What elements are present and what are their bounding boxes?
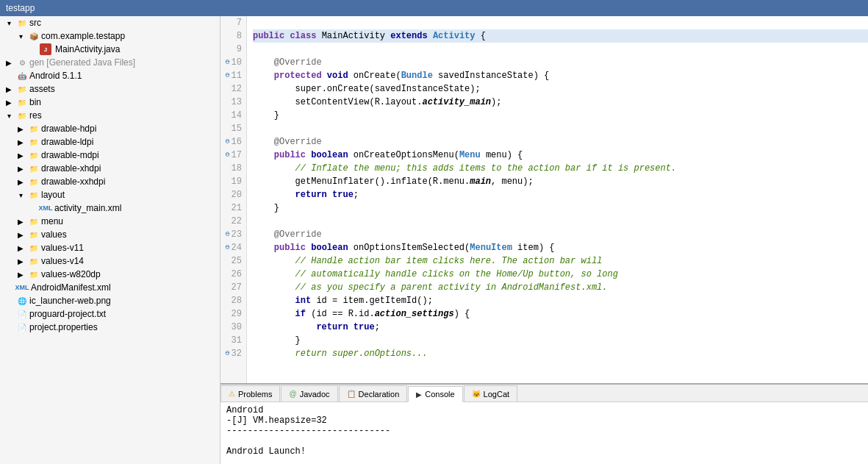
- sidebar-item-mainactivity[interactable]: J MainActivity.java: [0, 43, 220, 56]
- console-line: Android Launch!: [226, 446, 862, 457]
- sidebar-item-androidmanifest[interactable]: XML AndroidManifest.xml: [0, 281, 220, 294]
- code-line: [253, 16, 868, 29]
- sidebar-item-bin[interactable]: ▶ 📁 bin: [0, 96, 220, 109]
- sidebar-item-values-v11[interactable]: ▶ 📁 values-v11: [0, 241, 220, 254]
- code-lines[interactable]: public class MainActivity extends Activi…: [247, 16, 868, 383]
- sidebar-item-menu[interactable]: ▶ 📁 menu: [0, 215, 220, 228]
- sidebar-item-res[interactable]: ▾ 📁 res: [0, 109, 220, 122]
- tab-declaration[interactable]: 📋Declaration: [339, 385, 408, 401]
- sidebar-item-android[interactable]: 🤖 Android 5.1.1: [0, 69, 220, 82]
- arrow-icon: ▶: [3, 83, 15, 95]
- code-line: public boolean onOptionsItemSelected(Men…: [253, 241, 868, 254]
- arrow-icon: ▶: [15, 149, 26, 161]
- sidebar-item-assets[interactable]: ▶ 📁 assets: [0, 82, 220, 96]
- java-icon: J: [40, 43, 51, 55]
- code-line: public class MainActivity extends Activi…: [253, 29, 868, 43]
- app-title: testapp: [6, 3, 35, 13]
- globe-icon: 🌐: [16, 295, 28, 307]
- arrow-icon: ▶: [15, 176, 26, 188]
- sidebar-label: values: [41, 229, 67, 240]
- sidebar-label: project.properties: [29, 322, 98, 332]
- sidebar-item-activity-xml[interactable]: XML activity_main.xml: [0, 201, 220, 215]
- arrow-icon: ▶: [15, 215, 26, 227]
- file-icon: 📄: [16, 321, 28, 333]
- fold-marker[interactable]: ⊖: [226, 135, 230, 149]
- fold-marker[interactable]: ⊖: [226, 347, 230, 360]
- sidebar-label: bin: [29, 97, 41, 107]
- sidebar-item-gen[interactable]: ▶ ⚙ gen [Generated Java Files]: [0, 56, 220, 69]
- sidebar-item-drawable-mdpi[interactable]: ▶ 📁 drawable-mdpi: [0, 149, 220, 162]
- sidebar-item-layout[interactable]: ▾ 📁 layout: [0, 188, 220, 201]
- folder-icon: 📁: [28, 136, 40, 148]
- code-container[interactable]: 789⊖10⊖1112131415⊖16⊖171819202122⊖23⊖242…: [220, 16, 868, 383]
- sidebar-label: values-v14: [41, 256, 84, 266]
- code-line: }: [253, 334, 868, 347]
- xml-icon: XML: [40, 202, 51, 214]
- sidebar-label: drawable-ldpi: [41, 137, 93, 147]
- code-line: // automatically handle clicks on the Ho…: [253, 268, 868, 281]
- folder-icon: 📁: [28, 163, 40, 174]
- android-icon: 🤖: [16, 70, 28, 82]
- folder-icon: 📁: [16, 83, 28, 95]
- javadoc-tab-icon: @: [289, 390, 296, 398]
- fold-marker[interactable]: ⊖: [226, 56, 230, 69]
- file-icon: 📄: [16, 308, 28, 320]
- code-line: return true;: [253, 321, 868, 334]
- sidebar-item-src[interactable]: ▾ 📁 src: [0, 16, 220, 29]
- sidebar-label: com.example.testapp: [41, 31, 125, 41]
- arrow-icon: ▾: [3, 110, 15, 121]
- code-line: @Override: [253, 228, 868, 241]
- sidebar-item-com-example[interactable]: ▾ 📦 com.example.testapp: [0, 29, 220, 43]
- code-line: [253, 43, 868, 56]
- sidebar-item-drawable-xxhdpi[interactable]: ▶ 📁 drawable-xxhdpi: [0, 175, 220, 188]
- sidebar-item-drawable-ldpi[interactable]: ▶ 📁 drawable-ldpi: [0, 135, 220, 149]
- tab-javadoc[interactable]: @Javadoc: [281, 385, 337, 401]
- folder-icon: 📁: [28, 255, 40, 267]
- sidebar-label: Android 5.1.1: [29, 71, 82, 81]
- arrow-icon: ▾: [15, 189, 26, 201]
- sidebar-item-drawable-hdpi[interactable]: ▶ 📁 drawable-hdpi: [0, 122, 220, 135]
- sidebar-item-values-v14[interactable]: ▶ 📁 values-v14: [0, 254, 220, 268]
- tab-problems[interactable]: ⚠Problems: [220, 385, 280, 401]
- folder-icon: 📁: [16, 17, 28, 29]
- sidebar-item-values-w820dp[interactable]: ▶ 📁 values-w820dp: [0, 268, 220, 281]
- fold-marker[interactable]: ⊖: [226, 69, 230, 82]
- declaration-tab-icon: 📋: [347, 390, 356, 398]
- logcat-tab-label: LogCat: [484, 390, 509, 399]
- code-line: protected void onCreate(Bundle savedInst…: [253, 69, 868, 82]
- fold-marker[interactable]: ⊖: [226, 149, 230, 162]
- folder-icon: 📁: [28, 215, 40, 227]
- tab-logcat[interactable]: 🐱LogCat: [464, 385, 517, 401]
- sidebar-item-ic-launcher[interactable]: 🌐 ic_launcher-web.png: [0, 294, 220, 307]
- fold-marker[interactable]: ⊖: [226, 241, 230, 254]
- sidebar-label: res: [29, 110, 42, 121]
- sidebar-item-project-props[interactable]: 📄 project.properties: [0, 321, 220, 334]
- sidebar-label: activity_main.xml: [54, 203, 121, 213]
- title-bar: testapp: [0, 0, 868, 16]
- tab-console[interactable]: ▶Console: [408, 386, 462, 402]
- package-icon: 📦: [28, 30, 40, 42]
- folder-icon: 📁: [28, 229, 40, 240]
- code-line: // as you specify a parent activity in A…: [253, 281, 868, 294]
- code-line: [253, 122, 868, 135]
- sidebar-item-drawable-xhdpi[interactable]: ▶ 📁 drawable-xhdpi: [0, 162, 220, 175]
- sidebar-item-values[interactable]: ▶ 📁 values: [0, 228, 220, 241]
- console-content: Android-[J] VM.heapsize=32--------------…: [220, 402, 868, 464]
- sidebar-label: values-v11: [41, 243, 84, 253]
- code-line: return super.onOptions...: [253, 347, 868, 360]
- sidebar-label: MainActivity.java: [55, 44, 120, 54]
- sidebar-label: values-w820dp: [41, 269, 101, 279]
- gen-icon: ⚙: [16, 57, 28, 68]
- console-line: -------------------------------: [226, 426, 862, 436]
- code-line: if (id == R.id.action_settings) {: [253, 307, 868, 321]
- sidebar-label: src: [29, 18, 41, 28]
- code-line: // Inflate the menu; this adds items to …: [253, 162, 868, 175]
- console-tab-icon: ▶: [416, 390, 422, 399]
- code-line: getMenuInflater().inflate(R.menu.main, m…: [253, 175, 868, 188]
- folder-icon: 📁: [16, 96, 28, 108]
- sidebar-item-proguard[interactable]: 📄 proguard-project.txt: [0, 307, 220, 321]
- arrow-icon: ▶: [15, 268, 26, 280]
- code-line: return true;: [253, 188, 868, 201]
- fold-marker[interactable]: ⊖: [226, 228, 230, 241]
- problems-tab-icon: ⚠: [229, 390, 235, 398]
